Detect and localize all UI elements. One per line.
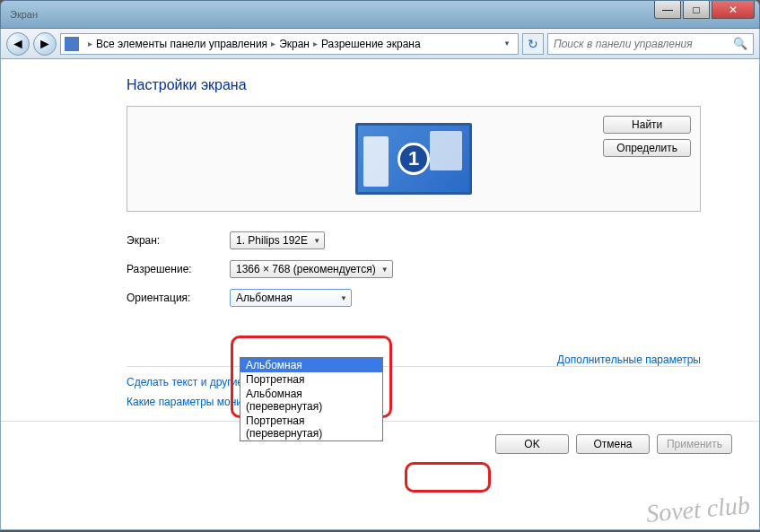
resolution-select-value: 1366 × 768 (рекомендуется) xyxy=(236,263,376,275)
close-button[interactable]: ✕ xyxy=(712,1,755,19)
back-button[interactable]: ◄ xyxy=(6,32,30,56)
refresh-icon: ↻ xyxy=(528,37,538,51)
find-button[interactable]: Найти xyxy=(603,116,691,134)
resolution-label: Разрешение: xyxy=(127,263,230,275)
which-monitor-link[interactable]: Какие параметры монитора следует выбрать… xyxy=(127,396,701,408)
cancel-button[interactable]: Отмена xyxy=(576,434,650,454)
window-titlebar: Экран — □ ✕ xyxy=(0,0,760,29)
chevron-right-icon: ▸ xyxy=(271,39,275,48)
orientation-dropdown-list[interactable]: Альбомная Портретная Альбомная (переверн… xyxy=(240,357,383,441)
monitor-thumbnail[interactable]: 1 xyxy=(355,123,472,195)
search-input[interactable] xyxy=(554,38,733,50)
orientation-select[interactable]: Альбомная xyxy=(230,289,352,307)
window-title: Экран xyxy=(1,9,38,20)
orientation-label: Ориентация: xyxy=(127,292,230,304)
forward-button[interactable]: ► xyxy=(33,32,57,56)
orientation-option[interactable]: Портретная (перевернутая) xyxy=(240,414,382,440)
resolution-select[interactable]: 1366 × 768 (рекомендуется) xyxy=(230,260,393,278)
orientation-option[interactable]: Портретная xyxy=(240,372,382,387)
chevron-right-icon: ▸ xyxy=(313,39,318,48)
back-arrow-icon: ◄ xyxy=(11,36,25,52)
advanced-settings-link[interactable]: Дополнительные параметры xyxy=(557,353,701,366)
display-label: Экран: xyxy=(127,234,230,247)
annotation-highlight-ok xyxy=(405,462,491,493)
orientation-select-value: Альбомная xyxy=(236,292,293,304)
maximize-button[interactable]: □ xyxy=(683,1,710,19)
display-select[interactable]: 1. Philips 192E xyxy=(230,231,325,249)
page-title: Настройки экрана xyxy=(127,77,701,93)
watermark: Sovet club xyxy=(645,491,751,528)
window-controls: — □ ✕ xyxy=(654,1,755,19)
text-size-link[interactable]: Сделать текст и другие xyxy=(127,376,701,388)
chevron-right-icon: ▸ xyxy=(88,39,92,48)
breadcrumb-root[interactable]: Все элементы панели управления xyxy=(96,38,267,50)
search-icon[interactable]: 🔍 xyxy=(733,37,747,50)
ok-button[interactable]: OK xyxy=(495,434,569,454)
orientation-option[interactable]: Альбомная xyxy=(240,358,382,372)
orientation-option[interactable]: Альбомная (перевернутая) xyxy=(240,387,382,414)
navigation-bar: ◄ ► ▸ Все элементы панели управления ▸ Э… xyxy=(0,29,760,59)
content-area: Настройки экрана 1 Найти Определить Экра… xyxy=(0,59,760,530)
forward-arrow-icon: ► xyxy=(38,36,52,52)
control-panel-icon xyxy=(65,37,79,51)
breadcrumb-mid[interactable]: Экран xyxy=(279,38,310,50)
minimize-button[interactable]: — xyxy=(654,1,681,19)
monitor-number-badge: 1 xyxy=(397,143,430,175)
search-box[interactable]: 🔍 xyxy=(547,33,754,55)
detect-button[interactable]: Определить xyxy=(603,139,691,157)
breadcrumb-leaf[interactable]: Разрешение экрана xyxy=(321,38,421,50)
display-preview-box: 1 Найти Определить xyxy=(127,106,701,212)
address-bar[interactable]: ▸ Все элементы панели управления ▸ Экран… xyxy=(60,33,519,55)
display-select-value: 1. Philips 192E xyxy=(236,234,308,247)
address-dropdown-icon[interactable]: ▼ xyxy=(500,39,514,48)
apply-button[interactable]: Применить xyxy=(657,434,732,454)
refresh-button[interactable]: ↻ xyxy=(522,33,544,55)
